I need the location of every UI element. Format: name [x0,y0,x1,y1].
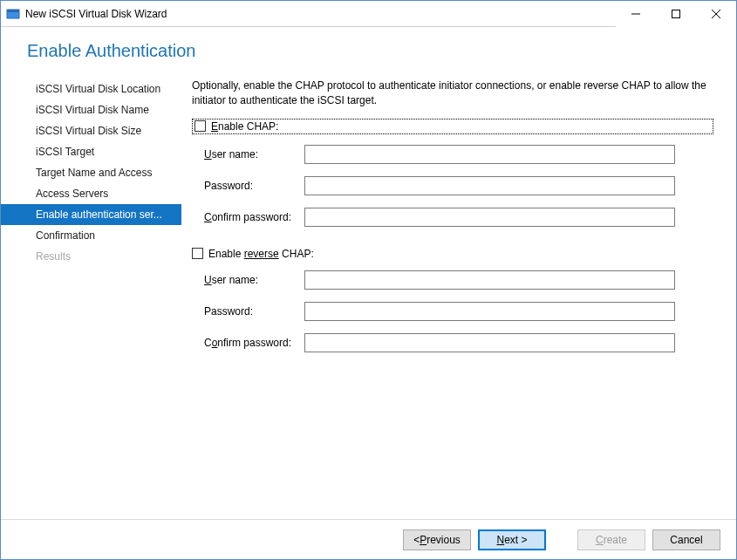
sidebar-item-target[interactable]: iSCSI Target [1,141,181,162]
maximize-button[interactable] [656,1,696,27]
main-panel: Optionally, enable the CHAP protocol to … [181,72,736,519]
sidebar-item-confirmation[interactable]: Confirmation [1,225,181,246]
sidebar-item-name[interactable]: iSCSI Virtual Disk Name [1,99,181,120]
sidebar-item-location[interactable]: iSCSI Virtual Disk Location [1,79,181,99]
page-title: Enable Authentication [27,41,710,61]
chap-password-label: Password: [204,180,304,192]
reverse-password-label: Password: [204,305,304,318]
reverse-user-input[interactable] [304,270,675,290]
wizard-steps-sidebar: iSCSI Virtual Disk Location iSCSI Virtua… [1,72,181,519]
enable-chap-row[interactable]: Enable CHAP: [192,119,713,134]
svg-rect-3 [672,10,680,17]
sidebar-item-access-servers[interactable]: Access Servers [1,183,181,204]
reverse-password-input[interactable] [304,302,675,321]
enable-chap-label: Enable CHAP: [211,120,278,133]
enable-reverse-chap-row[interactable]: Enable reverse CHAP: [192,248,715,260]
window-controls [616,1,736,27]
enable-chap-checkbox[interactable] [194,120,206,132]
create-button: Create [577,529,645,550]
title-bar: New iSCSI Virtual Disk Wizard [1,1,736,27]
svg-rect-1 [7,10,19,12]
next-button[interactable]: Next > [478,529,546,550]
wizard-footer: < Previous Next > Create Cancel [1,519,736,559]
reverse-confirm-label: Confirm password: [204,337,304,349]
chap-confirm-input[interactable] [304,208,675,227]
sidebar-item-results: Results [1,246,181,267]
cancel-button[interactable]: Cancel [652,529,720,550]
sidebar-item-size[interactable]: iSCSI Virtual Disk Size [1,120,181,141]
chap-user-label: User name: [204,148,304,160]
page-header: Enable Authentication [1,27,736,72]
window-title: New iSCSI Virtual Disk Wizard [25,8,616,20]
reverse-confirm-input[interactable] [304,333,675,352]
chap-confirm-label: Confirm password: [204,211,304,223]
chap-user-input[interactable] [304,145,675,164]
enable-reverse-chap-checkbox[interactable] [192,248,203,259]
chap-password-input[interactable] [304,176,675,195]
minimize-button[interactable] [616,1,656,27]
previous-button[interactable]: < Previous [403,529,471,550]
sidebar-item-enable-auth[interactable]: Enable authentication ser... [1,204,181,225]
close-button[interactable] [696,1,736,27]
reverse-user-label: User name: [204,274,304,286]
enable-reverse-chap-label: Enable reverse CHAP: [208,248,314,260]
sidebar-item-target-name[interactable]: Target Name and Access [1,162,181,183]
page-description: Optionally, enable the CHAP protocol to … [192,79,715,108]
app-icon [6,7,20,21]
